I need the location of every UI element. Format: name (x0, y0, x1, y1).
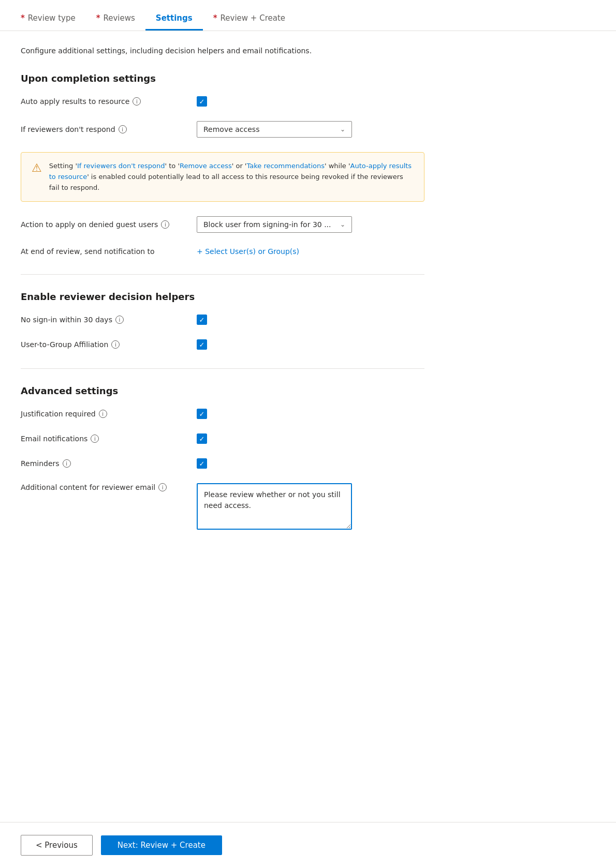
reviewers-respond-chevron-icon: ⌄ (340, 126, 345, 133)
justification-label-container: Justification required i (21, 410, 186, 418)
auto-apply-label: Auto apply results to resource (21, 97, 129, 106)
warning-box: ⚠ Setting 'If reviewers don't respond' t… (21, 152, 424, 202)
tab-settings-label: Settings (156, 13, 193, 23)
denied-guest-label: Action to apply on denied guest users (21, 220, 158, 229)
advanced-settings-section: Advanced settings Justification required… (21, 385, 424, 530)
reminders-label: Reminders (21, 459, 60, 468)
required-star-review-create: * (213, 13, 217, 23)
justification-info-icon[interactable]: i (99, 410, 107, 418)
additional-content-textarea[interactable]: Please review whether or not you still n… (197, 483, 352, 530)
reviewers-respond-info-icon[interactable]: i (119, 125, 127, 133)
main-content: Configure additional settings, including… (0, 31, 445, 563)
no-signin-label-container: No sign-in within 30 days i (21, 316, 186, 324)
denied-guest-label-container: Action to apply on denied guest users i (21, 220, 186, 229)
completion-settings-section: Upon completion settings Auto apply resu… (21, 73, 424, 256)
email-notifications-row: Email notifications i (21, 433, 424, 444)
auto-apply-info-icon[interactable]: i (133, 97, 141, 106)
reviewers-respond-label: If reviewers don't respond (21, 125, 115, 133)
auto-apply-label-container: Auto apply results to resource i (21, 97, 186, 106)
group-affiliation-label-container: User-to-Group Affiliation i (21, 340, 186, 349)
previous-button[interactable]: < Previous (21, 835, 93, 856)
divider-2 (21, 368, 424, 369)
tab-reviews-label: Reviews (104, 13, 135, 23)
no-signin-info-icon[interactable]: i (115, 316, 124, 324)
denied-guest-dropdown[interactable]: Block user from signing-in for 30 ... ⌄ (197, 216, 352, 233)
required-star-review-type: * (21, 13, 25, 23)
denied-guest-info-icon[interactable]: i (161, 220, 169, 229)
notification-label-container: At end of review, send notification to (21, 247, 186, 256)
justification-checkbox[interactable] (197, 409, 207, 419)
reminders-checkbox[interactable] (197, 458, 207, 469)
email-notifications-label-container: Email notifications i (21, 435, 186, 443)
warning-text: Setting 'If reviewers don't respond' to … (49, 161, 414, 193)
decision-helpers-section: Enable reviewer decision helpers No sign… (21, 291, 424, 350)
additional-content-row: Additional content for reviewer email i … (21, 483, 424, 530)
no-signin-checkbox[interactable] (197, 315, 207, 325)
no-signin-label: No sign-in within 30 days (21, 316, 112, 324)
reminders-info-icon[interactable]: i (63, 459, 71, 468)
email-notifications-checkbox[interactable] (197, 433, 207, 444)
auto-apply-checkbox[interactable] (197, 96, 207, 107)
reminders-label-container: Reminders i (21, 459, 186, 468)
reviewers-respond-row: If reviewers don't respond i Remove acce… (21, 121, 424, 138)
tab-reviews[interactable]: * Reviews (86, 7, 145, 31)
justification-row: Justification required i (21, 409, 424, 419)
denied-guest-chevron-icon: ⌄ (340, 221, 345, 228)
decision-helpers-title: Enable reviewer decision helpers (21, 291, 424, 302)
denied-guest-value: Block user from signing-in for 30 ... (203, 220, 331, 229)
tab-settings[interactable]: Settings (145, 7, 203, 31)
additional-content-label-container: Additional content for reviewer email i (21, 483, 186, 491)
group-affiliation-label: User-to-Group Affiliation (21, 340, 108, 349)
group-affiliation-row: User-to-Group Affiliation i (21, 339, 424, 350)
tab-review-create-label: Review + Create (221, 13, 285, 23)
select-users-groups-link[interactable]: + Select User(s) or Group(s) (197, 247, 299, 256)
group-affiliation-checkbox[interactable] (197, 339, 207, 350)
tab-review-type-label: Review type (28, 13, 76, 23)
notification-row: At end of review, send notification to +… (21, 247, 424, 256)
reviewers-respond-value: Remove access (203, 125, 259, 133)
warning-highlight-3: Take recommendations (246, 162, 325, 170)
divider-1 (21, 274, 424, 275)
bottom-navigation: < Previous Next: Review + Create (0, 822, 616, 868)
required-star-reviews: * (96, 13, 100, 23)
warning-triangle-icon: ⚠ (32, 161, 42, 174)
auto-apply-row: Auto apply results to resource i (21, 96, 424, 107)
tab-review-create[interactable]: * Review + Create (203, 7, 296, 31)
additional-content-info-icon[interactable]: i (158, 483, 167, 491)
page-subtitle: Configure additional settings, including… (21, 46, 424, 56)
reviewers-respond-dropdown[interactable]: Remove access ⌄ (197, 121, 352, 138)
warning-highlight-2: Remove access (180, 162, 232, 170)
additional-content-label: Additional content for reviewer email (21, 483, 155, 491)
reviewers-respond-label-container: If reviewers don't respond i (21, 125, 186, 133)
notification-label: At end of review, send notification to (21, 247, 155, 256)
completion-section-title: Upon completion settings (21, 73, 424, 84)
next-button[interactable]: Next: Review + Create (101, 835, 222, 855)
justification-label: Justification required (21, 410, 96, 418)
email-notifications-info-icon[interactable]: i (91, 435, 99, 443)
email-notifications-label: Email notifications (21, 435, 87, 443)
reminders-row: Reminders i (21, 458, 424, 469)
no-signin-row: No sign-in within 30 days i (21, 315, 424, 325)
nav-tabs: * Review type * Reviews Settings * Revie… (0, 0, 616, 31)
denied-guest-row: Action to apply on denied guest users i … (21, 216, 424, 233)
group-affiliation-info-icon[interactable]: i (111, 340, 120, 349)
tab-review-type[interactable]: * Review type (10, 7, 86, 31)
advanced-settings-title: Advanced settings (21, 385, 424, 396)
warning-highlight-1: If reviewers don't respond (77, 162, 165, 170)
